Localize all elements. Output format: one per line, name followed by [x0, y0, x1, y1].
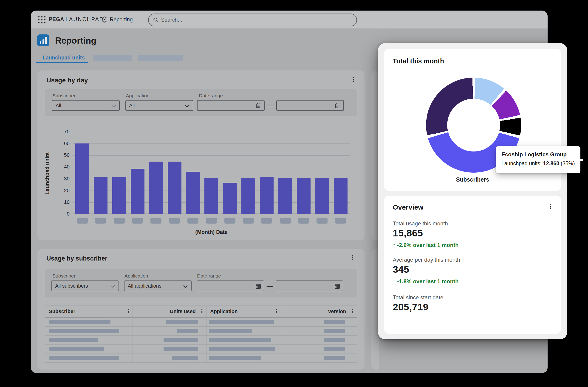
gridline [73, 167, 350, 167]
subscriber-dropdown[interactable]: All subscribers [51, 281, 119, 291]
skeleton-pill [324, 338, 345, 342]
x-tick-placeholder [298, 218, 309, 224]
date-end-input[interactable] [276, 281, 343, 291]
header-cell: Version [281, 306, 357, 317]
brand-logo: PEGALAUNCHPAD [49, 16, 104, 22]
chevron-down-icon [185, 103, 189, 107]
subscriber-dropdown[interactable]: All [52, 100, 120, 111]
table-cell [45, 318, 133, 326]
y-tick-label: 10 [49, 199, 70, 205]
application-dropdown-value: All applications [128, 283, 162, 289]
table-cell [207, 353, 281, 363]
application-dropdown[interactable]: All applications [124, 281, 191, 291]
screen: PEGALAUNCHPAD Reporting Search... [0, 0, 588, 387]
x-tick-placeholder [77, 218, 88, 224]
date-range-label: Date range [199, 93, 223, 99]
bar[interactable] [204, 178, 218, 214]
x-axis-title: (Month) Date [73, 229, 350, 235]
stat-label: Total usage this month [393, 220, 448, 227]
search-placeholder: Search... [161, 17, 182, 23]
subscriber-filter-label: Subscriber [52, 273, 75, 279]
table-row [45, 318, 357, 327]
up-arrow-icon: ↑ [393, 242, 396, 248]
bar[interactable] [278, 178, 292, 214]
skeleton-pill [209, 320, 274, 324]
usage-by-subscriber-kebab-icon[interactable] [349, 254, 356, 261]
date-end-input[interactable] [276, 100, 344, 111]
bar[interactable] [260, 177, 273, 214]
y-tick-label: 20 [49, 187, 70, 194]
overview-title: Overview [393, 203, 423, 211]
overview-kebab-icon[interactable] [547, 203, 554, 210]
y-tick-label: 70 [49, 128, 70, 135]
table-cell [207, 336, 281, 344]
donut-x-label: Subscribers [384, 176, 561, 183]
column-kebab-icon[interactable] [273, 308, 280, 315]
stat-delta: ↑ -2.9% over last 1 month [393, 242, 459, 248]
overview-card: Overview Total usage this month 15,865 ↑… [384, 196, 561, 334]
chevron-down-icon [111, 103, 116, 107]
skeleton-pill [177, 329, 198, 333]
x-tick-placeholder [243, 218, 254, 224]
brand-secondary: LAUNCHPAD [65, 16, 104, 22]
calendar-icon [255, 102, 262, 109]
table-row [45, 327, 357, 336]
active-tab-underline [36, 62, 88, 63]
tab-placeholder[interactable] [93, 55, 132, 61]
table-cell [133, 353, 207, 363]
up-arrow-icon: ↑ [393, 278, 396, 285]
bar[interactable] [149, 162, 163, 214]
column-kebab-icon[interactable] [125, 308, 132, 315]
bar[interactable] [241, 178, 255, 214]
date-start-input[interactable] [197, 281, 264, 291]
tab-launchpad-units[interactable]: Launchpad units [42, 55, 85, 61]
search-input[interactable]: Search... [148, 14, 357, 26]
tooltip-value-line: Launchpad units: 12,860 (35%) [502, 161, 575, 167]
usage-by-subscriber-card: Usage by subscriber Subscriber All subsc… [38, 249, 364, 369]
calendar-icon [334, 283, 340, 289]
table-row [45, 345, 357, 353]
bar[interactable] [112, 177, 126, 214]
bar[interactable] [168, 162, 181, 214]
bar[interactable] [131, 169, 145, 214]
floating-panel: Total this month Subscribers Overview To… [378, 43, 567, 339]
date-start-input[interactable] [197, 100, 265, 111]
search-icon [153, 17, 159, 23]
x-tick-placeholder [95, 218, 106, 224]
stat-value: 345 [393, 264, 409, 275]
bar[interactable] [94, 177, 107, 214]
table-cell [45, 345, 133, 353]
skeleton-pill [164, 346, 198, 351]
calendar-icon [335, 102, 341, 109]
bar[interactable] [223, 183, 237, 214]
bar[interactable] [186, 172, 200, 214]
stat-label: Average per day this month [393, 257, 460, 263]
usage-by-day-kebab-icon[interactable] [350, 76, 357, 83]
skeleton-pill [49, 356, 119, 360]
column-header-label: Units used [170, 306, 196, 317]
column-kebab-icon[interactable] [198, 308, 205, 315]
column-kebab-icon[interactable] [349, 308, 356, 315]
app-launcher-icon[interactable] [38, 16, 45, 23]
tooltip-value: 12,860 [543, 161, 559, 166]
bar[interactable] [75, 143, 89, 214]
bar[interactable] [297, 178, 311, 214]
chevron-down-icon [111, 284, 115, 288]
brand-primary: PEGA [49, 16, 64, 22]
tab-placeholder[interactable] [138, 55, 183, 61]
skeleton-pill [49, 346, 104, 351]
application-dropdown[interactable]: All [126, 100, 193, 111]
date-range-separator: — [267, 282, 273, 290]
skeleton-pill [324, 346, 345, 351]
table-row [45, 336, 357, 345]
application-filter-label: Application [126, 93, 149, 99]
skeleton-pill [166, 320, 198, 324]
bar[interactable] [315, 178, 329, 214]
bar[interactable] [334, 178, 348, 214]
chevron-down-icon [183, 284, 188, 288]
skeleton-pill [164, 338, 198, 342]
x-tick-placeholder [150, 218, 162, 224]
column-header-label: Subscriber [49, 306, 75, 317]
tooltip-caret [580, 159, 583, 161]
subscriber-dropdown-value: All subscribers [55, 283, 88, 289]
